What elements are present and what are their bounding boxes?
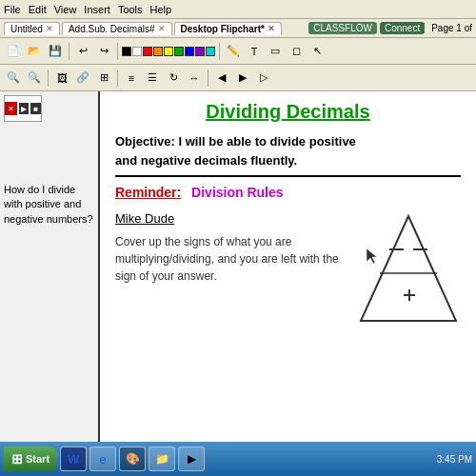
- color-orange[interactable]: [153, 47, 163, 56]
- select-button[interactable]: ↖: [307, 42, 327, 61]
- rotate[interactable]: ↻: [164, 69, 183, 88]
- open-button[interactable]: 📂: [25, 42, 44, 61]
- video-close[interactable]: ✕: [5, 102, 17, 115]
- taskbar: ⊞ Start W e 🎨 📁 ▶ 3:45 PM: [0, 442, 476, 476]
- undo-button[interactable]: ↩: [73, 42, 92, 61]
- tab-flipchart[interactable]: Desktop Flipchart* ✕: [174, 22, 282, 35]
- menu-tools[interactable]: Tools: [118, 4, 143, 15]
- folder-icon: 📁: [155, 452, 169, 466]
- forward-btn[interactable]: ▶: [233, 69, 252, 88]
- tabs-bar: Untitled ✕ Add.Sub. Decimals# ✕ Desktop …: [0, 19, 476, 38]
- left-panel: ✕ ▶ ■ How do I divide with positive and …: [0, 91, 100, 442]
- sep2: [117, 43, 118, 60]
- main-area: ✕ ▶ ■ How do I divide with positive and …: [0, 91, 476, 442]
- color-blue[interactable]: [185, 47, 194, 56]
- system-tray: 3:45 PM: [437, 454, 472, 465]
- tab-decimals[interactable]: Add.Sub. Decimals# ✕: [62, 22, 172, 35]
- color-palette: [122, 47, 215, 56]
- back-btn[interactable]: ◀: [212, 69, 231, 88]
- reminder-label: Reminder:: [115, 185, 181, 200]
- ie-icon: e: [99, 452, 106, 466]
- windows-logo: ⊞: [11, 451, 23, 466]
- color-cyan[interactable]: [206, 47, 215, 56]
- sep5: [117, 69, 118, 87]
- sep6: [208, 69, 208, 87]
- paint-icon: 🎨: [126, 452, 140, 466]
- content-section: Mike Dude Cover up the signs of what you…: [115, 211, 461, 326]
- objective-line1: Objective: I will be able to divide posi…: [115, 134, 356, 149]
- flip[interactable]: ↔: [185, 69, 204, 88]
- menu-bar: File Edit View Insert Tools Help: [0, 0, 476, 19]
- zoom-in[interactable]: 🔍: [25, 69, 44, 88]
- sep3: [219, 43, 220, 60]
- text-button[interactable]: T: [245, 42, 264, 61]
- page-title: Dividing Decimals: [115, 101, 461, 123]
- new-button[interactable]: 📄: [4, 42, 23, 61]
- menu-file[interactable]: File: [4, 4, 21, 15]
- svg-marker-6: [367, 248, 377, 264]
- taskbar-explorer[interactable]: 📁: [149, 446, 175, 471]
- video-control[interactable]: ✕ ▶ ■: [4, 95, 42, 122]
- reminder-text: Division Rules: [191, 185, 283, 200]
- menu-insert[interactable]: Insert: [84, 4, 110, 15]
- svg-marker-0: [361, 216, 456, 321]
- tab-decimals-label: Add.Sub. Decimals#: [69, 24, 155, 34]
- triangle-svg: [356, 211, 461, 326]
- shape-button[interactable]: ▭: [266, 42, 285, 61]
- sep1: [69, 43, 69, 60]
- color-white[interactable]: [132, 47, 142, 56]
- triangle-diagram: [356, 211, 461, 326]
- cursor-position: [367, 248, 378, 267]
- color-green[interactable]: [174, 47, 184, 56]
- tab-untitled-label: Untitled: [10, 24, 43, 34]
- color-yellow[interactable]: [164, 47, 173, 56]
- text-section: Mike Dude Cover up the signs of what you…: [115, 211, 345, 285]
- canvas-area: Dividing Decimals Objective: I will be a…: [100, 91, 476, 442]
- zoom-out[interactable]: 🔍: [4, 69, 23, 88]
- tray-time: 3:45 PM: [437, 454, 472, 465]
- save-button[interactable]: 💾: [46, 42, 65, 61]
- color-black[interactable]: [122, 47, 131, 56]
- video-stop[interactable]: ■: [30, 103, 41, 114]
- word-icon: W: [68, 452, 79, 466]
- taskbar-media[interactable]: ▶: [178, 446, 205, 471]
- pen-button[interactable]: ✏️: [224, 42, 243, 61]
- tab-untitled[interactable]: Untitled ✕: [4, 22, 60, 35]
- align-left[interactable]: ≡: [122, 69, 141, 88]
- menu-help[interactable]: Help: [150, 4, 172, 15]
- video-play[interactable]: ▶: [19, 103, 30, 114]
- description-text: Cover up the signs of what you are multi…: [115, 233, 345, 285]
- taskbar-paint[interactable]: 🎨: [119, 446, 146, 471]
- sep4: [48, 69, 49, 87]
- menu-view[interactable]: View: [54, 4, 77, 15]
- eraser-button[interactable]: ◻: [287, 42, 306, 61]
- page-indicator: Page 1 of: [431, 23, 472, 33]
- insert-table[interactable]: ⊞: [94, 69, 113, 88]
- media-icon: ▶: [188, 452, 196, 466]
- insert-image[interactable]: 🖼: [52, 69, 71, 88]
- toolbar-row1: 📄 📂 💾 ↩ ↪ ✏️ T ▭ ◻ ↖: [0, 38, 476, 65]
- cursor-icon: [367, 248, 378, 264]
- menu-edit[interactable]: Edit: [29, 4, 47, 15]
- color-purple[interactable]: [195, 47, 205, 56]
- align-center[interactable]: ☰: [143, 69, 162, 88]
- start-button[interactable]: ⊞ Start: [4, 446, 57, 471]
- mike-dude-label: Mike Dude: [115, 211, 345, 226]
- tab-flipchart-close[interactable]: ✕: [268, 24, 275, 33]
- left-question: How do I divide with positive and negati…: [4, 183, 94, 227]
- tab-flipchart-label: Desktop Flipchart*: [181, 24, 265, 34]
- objective-line2: and negative decimals fluently.: [115, 153, 297, 168]
- classflow-button[interactable]: CLASSFLOW: [308, 22, 377, 34]
- insert-link[interactable]: 🔗: [73, 69, 92, 88]
- tab-decimals-close[interactable]: ✕: [158, 24, 166, 33]
- objective-text: Objective: I will be able to divide posi…: [115, 132, 461, 177]
- color-red[interactable]: [143, 47, 152, 56]
- play-btn[interactable]: ▷: [254, 69, 273, 88]
- taskbar-word[interactable]: W: [60, 446, 87, 471]
- redo-button[interactable]: ↪: [94, 42, 113, 61]
- start-label: Start: [26, 453, 50, 465]
- taskbar-ie[interactable]: e: [89, 446, 116, 471]
- toolbar-row2: 🔍 🔍 🖼 🔗 ⊞ ≡ ☰ ↻ ↔ ◀ ▶ ▷: [0, 65, 476, 91]
- connect-button[interactable]: Connect: [380, 22, 425, 34]
- tab-untitled-close[interactable]: ✕: [46, 24, 53, 33]
